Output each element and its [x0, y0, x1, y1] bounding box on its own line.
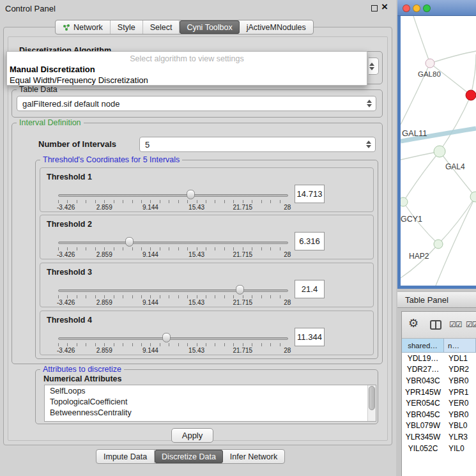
algorithm-dropdown-popup: Select algorithm to view settings Manual… [6, 51, 367, 86]
select-all-columns-icon[interactable]: ☑☑ [449, 321, 462, 328]
threshold-label: Threshold 2 [47, 220, 92, 229]
dropdown-option-manual-discretization[interactable]: Manual Discretization [10, 65, 95, 74]
table-row[interactable]: YBR045C YBR0 [402, 409, 476, 420]
numerical-attributes-header: Numerical Attributes [43, 374, 121, 383]
table-panel-window: ⚙ ☑☑ ☑☑ shared… n… YDL19… YDL1 YDR27… YD… [401, 311, 476, 476]
window-titlebar[interactable] [397, 0, 476, 16]
threshold-panel-1: Threshold 1 -3.426 2.859 9.144 15.43 21.… [40, 167, 374, 212]
slider-thumb[interactable] [162, 333, 171, 342]
attributes-group-title: Attributes to discretize [40, 365, 124, 374]
columns-icon[interactable] [430, 320, 441, 330]
list-item[interactable]: BetweennessCentrality [45, 407, 376, 418]
threshold-label: Threshold 1 [47, 173, 92, 181]
select-columns-icon[interactable]: ☑☑ [466, 321, 476, 328]
network-node[interactable] [470, 192, 476, 202]
network-canvas[interactable]: GAL80 GAL11 GAL4 GCY1 HAP2 [401, 16, 476, 286]
tab-discretize-data[interactable]: Discretize Data [155, 450, 223, 463]
threshold-value-field[interactable]: 21.4 [295, 280, 325, 298]
bottom-tab-bar: Impute Data Discretize Data Infer Networ… [96, 449, 285, 464]
list-item[interactable]: TopologicalCoefficient [45, 396, 376, 407]
node-label: GAL80 [418, 70, 441, 78]
network-node-hap2[interactable] [434, 240, 443, 249]
node-label: GAL11 [402, 128, 427, 138]
number-of-intervals-combo[interactable]: 5 [139, 137, 376, 152]
slider-scale: -3.426 2.859 9.144 15.43 21.715 28 [58, 204, 289, 211]
threshold-panel-4: Threshold 4 -3.426 2.859 9.144 15.43 21.… [40, 311, 374, 355]
network-node-gal4[interactable] [434, 146, 445, 157]
number-of-intervals-label: Number of Intervals [38, 139, 116, 149]
network-node-gcy1[interactable] [401, 197, 408, 206]
dropdown-option-equal-width[interactable]: Equal Width/Frequency Discretization [10, 75, 148, 85]
scrollbar-thumb[interactable] [369, 386, 375, 410]
gear-icon[interactable]: ⚙ [408, 318, 418, 329]
tab-select[interactable]: Select [143, 20, 180, 34]
threshold-label: Threshold 3 [47, 268, 92, 277]
table-row[interactable]: YPR145W YPR1 [402, 387, 476, 398]
apply-button[interactable]: Apply [171, 428, 213, 443]
slider-thumb[interactable] [125, 237, 134, 247]
number-of-intervals-value: 5 [145, 140, 150, 150]
column-header-shared-name[interactable]: shared… [402, 339, 444, 353]
slider-track[interactable] [58, 289, 288, 292]
tab-style[interactable]: Style [111, 20, 143, 34]
slider-track[interactable] [58, 194, 288, 197]
node-label: GCY1 [401, 215, 422, 224]
table-data-combo[interactable]: galFiltered.sif default node [17, 96, 376, 111]
traffic-light-zoom-icon[interactable] [423, 4, 431, 12]
table-row[interactable]: YLR345W YLR3 [402, 431, 476, 443]
slider-ticks [58, 295, 289, 298]
slider-thumb[interactable] [187, 190, 195, 199]
table-panel-title: Table Panel [405, 295, 449, 305]
table-header-row: shared… n… [402, 339, 476, 353]
network-node-highlighted[interactable] [466, 90, 476, 100]
threshold-slider[interactable]: -3.426 2.859 9.144 15.43 21.715 28 [58, 332, 289, 355]
column-header-name[interactable]: n… [444, 339, 476, 353]
slider-ticks [58, 247, 289, 250]
table-toolbar: ⚙ ☑☑ ☑☑ [402, 312, 476, 339]
network-graph: GAL80 GAL11 GAL4 GCY1 HAP2 [401, 16, 476, 286]
tab-infer-network[interactable]: Infer Network [223, 450, 284, 463]
traffic-light-close-icon[interactable] [403, 4, 410, 12]
tab-jactivemodules[interactable]: jActiveMNodules [240, 20, 313, 34]
threshold-slider[interactable]: -3.426 2.859 9.144 15.43 21.715 28 [58, 189, 289, 212]
threshold-value-field[interactable]: 6.316 [295, 232, 325, 250]
slider-scale: -3.426 2.859 9.144 15.43 21.715 28 [58, 251, 289, 259]
top-tab-bar: Network Style Select Cyni Toolbox jActiv… [55, 20, 314, 35]
panel-title: Control Panel [5, 4, 56, 13]
table-row[interactable]: YBL079W YBL0 [402, 420, 476, 432]
table-data-group-title: Table Data [17, 85, 60, 94]
table-row[interactable]: YIL052C YIL0 [402, 443, 476, 454]
table-row[interactable]: YDL19… YDL1 [402, 353, 476, 364]
threshold-value-field[interactable]: 14.713 [295, 185, 325, 203]
list-scrollbar[interactable] [367, 385, 376, 421]
network-node-gal80[interactable] [426, 59, 434, 68]
traffic-light-minimize-icon[interactable] [413, 4, 420, 12]
stepper-icon [369, 63, 374, 70]
list-item[interactable]: SelfLoops [45, 385, 376, 396]
slider-thumb[interactable] [236, 285, 244, 295]
close-icon[interactable]: × [381, 1, 388, 13]
tab-cyni-toolbox[interactable]: Cyni Toolbox [180, 20, 239, 34]
tab-network[interactable]: Network [56, 20, 111, 34]
tab-impute-data[interactable]: Impute Data [96, 450, 155, 463]
float-window-icon[interactable] [371, 5, 378, 12]
threshold-slider[interactable]: -3.426 2.859 9.144 15.43 21.715 28 [58, 284, 289, 307]
stepper-icon [367, 100, 372, 107]
control-panel: Control Panel × Network Style Select Cyn… [0, 0, 396, 476]
attributes-list: SelfLoops TopologicalCoefficient Between… [44, 385, 376, 422]
table-row[interactable]: YDR27… YDR2 [402, 364, 476, 376]
slider-track[interactable] [58, 242, 288, 244]
tab-label: Network [73, 23, 103, 32]
table-panel-header[interactable]: Table Panel [397, 291, 476, 308]
threshold-slider[interactable]: -3.426 2.859 9.144 15.43 21.715 28 [58, 236, 289, 259]
interval-definition-title: Interval Definition [17, 118, 84, 127]
table-row[interactable]: YBR043C YBR0 [402, 375, 476, 387]
slider-ticks [58, 200, 289, 203]
slider-track[interactable] [58, 337, 288, 340]
table-row[interactable]: YER054C YER0 [402, 397, 476, 409]
slider-ticks [58, 343, 289, 346]
stepper-icon [366, 141, 371, 148]
algorithm-combo-fragment[interactable] [369, 58, 379, 75]
network-icon [63, 24, 70, 31]
threshold-value-field[interactable]: 11.344 [295, 328, 325, 346]
